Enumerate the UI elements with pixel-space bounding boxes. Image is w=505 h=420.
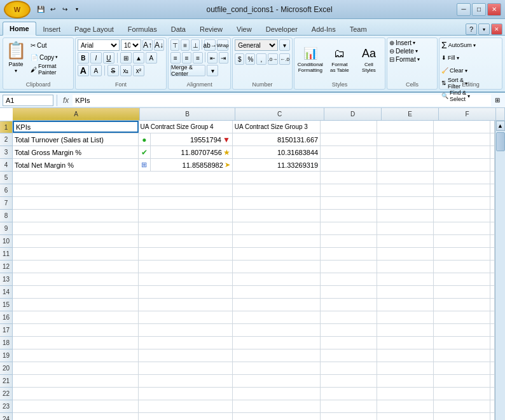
cell-e5[interactable]: [377, 172, 434, 184]
cell-c2[interactable]: 8150131.667: [233, 133, 321, 146]
tab-team[interactable]: Team: [343, 22, 374, 35]
align-top-btn[interactable]: ⊤: [170, 39, 179, 51]
row-header-4[interactable]: 4: [0, 159, 12, 172]
increase-font-btn[interactable]: A↑: [142, 39, 153, 51]
cell-d5[interactable]: [321, 172, 377, 184]
cell-f2[interactable]: [434, 133, 490, 146]
cell-a3[interactable]: Total Gross Margin %: [13, 146, 139, 158]
row-header-7[interactable]: 7: [0, 197, 12, 210]
tab-data[interactable]: Data: [164, 22, 193, 35]
font-decrease2-btn[interactable]: A: [90, 65, 102, 76]
cell-b5[interactable]: [139, 172, 233, 184]
align-middle-btn[interactable]: ≡: [181, 39, 190, 51]
col-header-f[interactable]: F: [439, 108, 496, 120]
undo-btn[interactable]: ↩: [48, 4, 58, 15]
comma-btn[interactable]: ,: [256, 53, 266, 65]
cell-a5[interactable]: [13, 172, 139, 184]
cell-c5[interactable]: [233, 172, 321, 184]
increase-decimal-btn[interactable]: .0→: [268, 53, 279, 65]
align-center-btn[interactable]: ≡: [182, 52, 192, 64]
col-header-a[interactable]: A: [13, 108, 140, 120]
percent-btn[interactable]: %: [246, 53, 255, 65]
col-header-e[interactable]: E: [382, 108, 439, 120]
redo-btn[interactable]: ↪: [60, 4, 70, 15]
cell-b2-value[interactable]: 19551794 ▼: [151, 133, 232, 146]
tab-insert[interactable]: Insert: [36, 22, 68, 35]
cell-b4-icon[interactable]: ⊞: [139, 159, 151, 171]
cell-d3[interactable]: [321, 146, 377, 158]
cell-a2[interactable]: Total Turnover (Sales at List): [13, 133, 139, 146]
row-header-8[interactable]: 8: [0, 210, 12, 222]
row-header-10[interactable]: 10: [0, 235, 12, 248]
cell-d1[interactable]: [321, 121, 377, 133]
decrease-indent-btn[interactable]: ⇤: [207, 52, 218, 64]
number-format-dropdown-btn[interactable]: ▾: [279, 39, 290, 51]
row-header-6[interactable]: 6: [0, 184, 12, 197]
col-header-c[interactable]: C: [235, 108, 324, 120]
align-left-btn[interactable]: ≡: [170, 52, 181, 64]
row-header-9[interactable]: 9: [0, 222, 12, 235]
row-header-15[interactable]: 15: [0, 299, 12, 311]
row-header-17[interactable]: 17: [0, 324, 12, 337]
cell-f4[interactable]: [434, 159, 490, 171]
cell-styles-btn[interactable]: Aa CellStyles: [355, 41, 383, 78]
cell-d4[interactable]: [321, 159, 377, 171]
wrap-text-btn[interactable]: Wrap: [217, 39, 228, 51]
cell-f5[interactable]: [434, 172, 490, 184]
currency-btn[interactable]: $: [235, 53, 244, 65]
conditional-formatting-btn[interactable]: 📊 ConditionalFormatting: [296, 41, 324, 78]
tab-home[interactable]: Home: [3, 22, 36, 36]
row-header-5[interactable]: 5: [0, 172, 12, 184]
decrease-decimal-btn[interactable]: ←.0: [279, 53, 290, 65]
vertical-scrollbar[interactable]: ▲ ▼: [495, 121, 505, 420]
office-button[interactable]: W: [4, 1, 31, 18]
align-right-btn[interactable]: ≡: [193, 52, 203, 64]
row-header-1[interactable]: 1: [0, 121, 12, 133]
tab-add-ins[interactable]: Add-Ins: [305, 22, 343, 35]
bold-button[interactable]: B: [78, 52, 89, 64]
insert-cells-btn[interactable]: ⊕Insert▾: [389, 39, 435, 46]
row-header-16[interactable]: 16: [0, 311, 12, 324]
col-header-d[interactable]: D: [324, 108, 382, 120]
format-cells-btn[interactable]: ⊟Format▾: [389, 56, 435, 63]
cell-e2[interactable]: [377, 133, 434, 146]
row-header-12[interactable]: 12: [0, 261, 12, 273]
underline-button[interactable]: U: [103, 52, 114, 64]
font-color-button[interactable]: A: [146, 52, 157, 64]
cell-b4-value[interactable]: 11.85858982 ➤: [151, 159, 232, 171]
ribbon-close-btn[interactable]: ✕: [491, 24, 502, 35]
sum-btn[interactable]: ΣAutoSum▾: [441, 39, 500, 51]
cell-b3-value[interactable]: 11.80707456 ★: [151, 146, 232, 158]
italic-button[interactable]: I: [90, 52, 102, 64]
merge-center-btn[interactable]: Merge & Center: [170, 65, 205, 76]
cell-a4[interactable]: Total Net Margin %: [13, 159, 139, 171]
superscript-btn[interactable]: x²: [133, 65, 144, 76]
row-header-3[interactable]: 3: [0, 146, 12, 159]
font-name-dropdown[interactable]: Arial: [78, 39, 120, 51]
row-header-23[interactable]: 23: [0, 400, 12, 413]
scroll-up-btn[interactable]: ▲: [496, 121, 505, 131]
dropdown-btn[interactable]: ▾: [72, 4, 82, 15]
format-as-table-btn[interactable]: 🗂 Formatas Table: [326, 41, 354, 78]
cell-b3-icon[interactable]: ✔: [139, 146, 151, 158]
cell-e3[interactable]: [377, 146, 434, 158]
cell-e1[interactable]: [377, 121, 434, 133]
find-select-btn[interactable]: 🔍Find &Select▾: [441, 90, 500, 102]
tab-developer[interactable]: Developer: [259, 22, 305, 35]
scroll-thumb[interactable]: [496, 132, 505, 151]
cell-b1[interactable]: UA Contract Size Group 4: [139, 121, 233, 133]
col-header-b[interactable]: B: [140, 108, 235, 120]
tab-page-layout[interactable]: Page Layout: [67, 22, 121, 35]
row-header-11[interactable]: 11: [0, 248, 12, 261]
decrease-font-btn[interactable]: A↓: [154, 39, 164, 51]
format-painter-button[interactable]: 🖌Format Painter: [28, 64, 71, 75]
cell-c4[interactable]: 11.33269319: [233, 159, 321, 171]
ribbon-help-btn[interactable]: ?: [466, 24, 477, 35]
close-button[interactable]: ✕: [487, 3, 501, 16]
fill-btn[interactable]: ⬇Fill▾: [441, 52, 500, 64]
row-header-13[interactable]: 13: [0, 273, 12, 286]
row-header-22[interactable]: 22: [0, 388, 12, 400]
number-format-dropdown[interactable]: General: [235, 39, 278, 51]
borders-button[interactable]: ⊞: [120, 52, 132, 64]
subscript-btn[interactable]: x₂: [120, 65, 132, 76]
